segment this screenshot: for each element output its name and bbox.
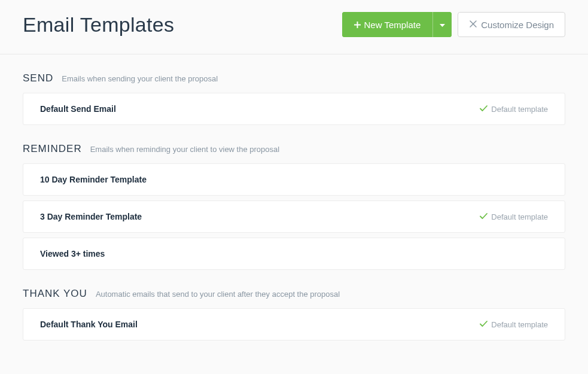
default-badge: Default template <box>480 320 548 329</box>
section-send: SEND Emails when sending your client the… <box>23 72 565 125</box>
header-actions: New Template Customize Design <box>342 12 566 37</box>
template-name: 3 Day Reminder Template <box>40 212 142 221</box>
template-name: 10 Day Reminder Template <box>40 175 147 184</box>
section-title-reminder: REMINDER <box>23 143 82 155</box>
new-template-dropdown-button[interactable] <box>432 12 452 37</box>
svg-point-0 <box>473 23 474 24</box>
check-icon <box>480 105 488 114</box>
page-title: Email Templates <box>23 13 174 37</box>
section-desc-send: Emails when sending your client the prop… <box>62 74 218 83</box>
content-area: SEND Emails when sending your client the… <box>0 54 588 340</box>
caret-down-icon <box>440 20 445 29</box>
template-name: Default Thank You Email <box>40 320 138 329</box>
new-template-button[interactable]: New Template <box>342 12 433 37</box>
customize-design-label: Customize Design <box>481 20 554 30</box>
section-thankyou: THANK YOU Automatic emails that send to … <box>23 288 565 340</box>
customize-design-button[interactable]: Customize Design <box>458 12 565 37</box>
check-icon <box>480 212 488 221</box>
template-card[interactable]: 10 Day Reminder Template <box>23 163 565 196</box>
section-title-thankyou: THANK YOU <box>23 288 87 300</box>
default-badge-label: Default template <box>491 105 548 114</box>
template-card[interactable]: Viewed 3+ times <box>23 238 565 270</box>
default-badge-label: Default template <box>491 320 548 329</box>
design-icon <box>469 20 477 30</box>
default-badge-label: Default template <box>491 212 548 221</box>
default-badge: Default template <box>480 105 548 114</box>
default-badge: Default template <box>480 212 548 221</box>
page-container: Email Templates New Template <box>0 0 588 340</box>
new-template-button-group: New Template <box>342 12 452 37</box>
new-template-label: New Template <box>364 20 421 30</box>
template-name: Viewed 3+ times <box>40 249 105 259</box>
template-card[interactable]: 3 Day Reminder Template Default template <box>23 200 565 233</box>
section-reminder: REMINDER Emails when reminding your clie… <box>23 143 565 270</box>
section-title-send: SEND <box>23 72 53 84</box>
section-header-reminder: REMINDER Emails when reminding your clie… <box>23 143 565 155</box>
check-icon <box>480 320 488 329</box>
section-desc-reminder: Emails when reminding your client to vie… <box>90 145 280 154</box>
template-card[interactable]: Default Thank You Email Default template <box>23 308 565 340</box>
template-name: Default Send Email <box>40 104 116 114</box>
section-desc-thankyou: Automatic emails that send to your clien… <box>96 290 340 299</box>
section-header-send: SEND Emails when sending your client the… <box>23 72 565 84</box>
section-header-thankyou: THANK YOU Automatic emails that send to … <box>23 288 565 300</box>
page-header: Email Templates New Template <box>0 0 588 54</box>
plus-icon <box>354 20 361 30</box>
template-card[interactable]: Default Send Email Default template <box>23 93 565 125</box>
